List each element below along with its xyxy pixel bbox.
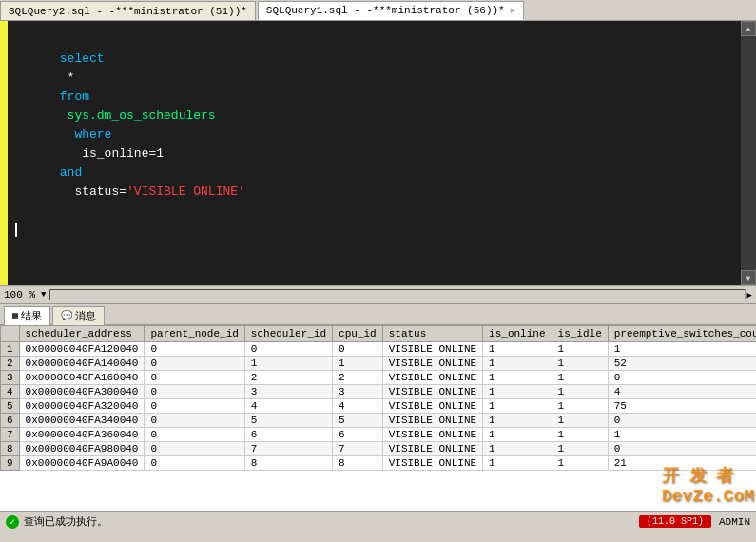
kw-from: from	[60, 89, 89, 104]
editor-content[interactable]: select * from sys.dm_os_schedulers where…	[8, 21, 741, 285]
table-cell: VISIBLE ONLINE	[382, 385, 482, 399]
table-row: 80x00000040FA980040077VISIBLE ONLINE1102	[1, 442, 757, 456]
table-cell: 0x00000040FA120040	[19, 342, 145, 357]
table-cell: 3	[333, 385, 383, 399]
zoom-down-icon[interactable]: ▼	[41, 290, 46, 300]
col-status: status	[382, 326, 482, 342]
kw-table: sys.dm_os_schedulers	[60, 108, 216, 123]
table-cell: 1	[552, 342, 608, 357]
table-cell: 1	[333, 357, 383, 371]
kw-cond2-field: status=	[60, 184, 126, 199]
table-cell: 6	[244, 428, 332, 442]
tab-sqlquery1[interactable]: SQLQuery1.sql - -***ministrator (56))* ✕	[258, 1, 524, 20]
table-cell: 0x00000040FA9A0040	[19, 456, 145, 471]
table-cell: 5	[244, 414, 332, 428]
editor-container: select * from sys.dm_os_schedulers where…	[0, 21, 756, 285]
table-cell: VISIBLE ONLINE	[382, 371, 482, 385]
tab-sqlquery2[interactable]: SQLQuery2.sql - -***ministrator (51))*	[0, 1, 256, 20]
table-cell: 1	[552, 442, 608, 456]
table-cell: VISIBLE ONLINE	[382, 357, 482, 371]
table-cell: 0	[145, 357, 244, 371]
table-cell: 2	[333, 371, 383, 385]
table-row: 50x00000040FA320040044VISIBLE ONLINE1175…	[1, 399, 757, 414]
table-cell: 52	[608, 357, 756, 371]
table-cell: 4	[244, 399, 332, 414]
table-header-row: scheduler_address parent_node_id schedul…	[1, 326, 757, 342]
tab-bar: SQLQuery2.sql - -***ministrator (51))* S…	[0, 0, 756, 21]
hscroll-bar[interactable]	[49, 289, 745, 300]
zoom-bar: 100 % ▼ ▶	[0, 285, 756, 304]
col-rownum	[1, 326, 20, 342]
table-cell: 4	[333, 399, 383, 414]
results-grid[interactable]: scheduler_address parent_node_id schedul…	[0, 325, 756, 511]
kw-star: *	[60, 70, 82, 85]
kw-and: and	[60, 165, 82, 180]
results-table: scheduler_address parent_node_id schedul…	[0, 325, 756, 471]
table-cell: 1	[483, 371, 552, 385]
kw-where: where	[60, 127, 112, 142]
row-number: 3	[1, 371, 20, 385]
table-cell: 1	[552, 456, 608, 471]
table-cell: 1	[552, 385, 608, 399]
tab-close-icon[interactable]: ✕	[510, 5, 515, 16]
table-cell: 0x00000040FA980040	[19, 442, 145, 456]
results-tab-bar: ▦ 结果 💬 消息	[0, 304, 756, 325]
row-number: 1	[1, 342, 20, 357]
scroll-down-arrow[interactable]: ▼	[741, 270, 756, 285]
table-cell: 0	[145, 371, 244, 385]
col-is-idle: is_idle	[552, 326, 608, 342]
table-row: 90x00000040FA9A0040088VISIBLE ONLINE1121	[1, 456, 757, 471]
table-cell: VISIBLE ONLINE	[382, 414, 482, 428]
table-cell: 8	[244, 456, 332, 471]
table-cell: 7	[244, 442, 332, 456]
table-cell: 1	[608, 428, 756, 442]
scroll-up-arrow[interactable]: ▲	[741, 21, 756, 36]
cursor-line	[15, 221, 733, 240]
col-preemptive: preemptive_switches_count	[608, 326, 756, 342]
table-cell: 0x00000040FA300040	[19, 385, 145, 399]
table-cell: 0x00000040FA160040	[19, 371, 145, 385]
table-cell: 0	[608, 414, 756, 428]
tab-results-label: 结果	[21, 309, 42, 323]
table-cell: 0	[145, 399, 244, 414]
table-cell: 1	[552, 371, 608, 385]
row-number: 9	[1, 456, 20, 471]
scroll-track[interactable]	[741, 36, 756, 270]
col-parent-node-id: parent_node_id	[145, 326, 244, 342]
status-version-pill: (11.0 SP1)	[639, 515, 711, 528]
table-cell: VISIBLE ONLINE	[382, 399, 482, 414]
hscroll-right-icon[interactable]: ▶	[747, 290, 752, 300]
table-row: 20x00000040FA140040011VISIBLE ONLINE1152…	[1, 357, 757, 371]
row-number: 6	[1, 414, 20, 428]
table-cell: 1	[483, 399, 552, 414]
table-cell: 1	[552, 399, 608, 414]
table-cell: 1	[483, 342, 552, 357]
table-cell: 0	[145, 456, 244, 471]
table-cell: 1	[552, 414, 608, 428]
table-cell: VISIBLE ONLINE	[382, 442, 482, 456]
table-cell: 1	[483, 428, 552, 442]
table-cell: 0x00000040FA140040	[19, 357, 145, 371]
results-msg-icon: 💬	[61, 310, 72, 321]
col-cpu-id: cpu_id	[333, 326, 383, 342]
row-number: 2	[1, 357, 20, 371]
status-admin: ADMIN	[719, 516, 750, 528]
col-is-online: is_online	[483, 326, 552, 342]
kw-string-val: 'VISIBLE ONLINE'	[126, 184, 245, 199]
table-cell: 0	[608, 371, 756, 385]
table-cell: 0	[145, 414, 244, 428]
table-cell: 0x00000040FA360040	[19, 428, 145, 442]
tab-results[interactable]: ▦ 结果	[4, 306, 50, 325]
table-cell: VISIBLE ONLINE	[382, 456, 482, 471]
table-cell: 0	[145, 385, 244, 399]
table-body: 10x00000040FA120040000VISIBLE ONLINE1114…	[1, 342, 757, 471]
table-cell: VISIBLE ONLINE	[382, 342, 482, 357]
table-cell: 1	[483, 357, 552, 371]
status-text: 查询已成功执行。	[24, 514, 107, 529]
results-grid-icon: ▦	[12, 310, 18, 321]
table-cell: 5	[333, 414, 383, 428]
table-cell: 1	[244, 357, 332, 371]
table-row: 30x00000040FA160040022VISIBLE ONLINE1103	[1, 371, 757, 385]
tab-messages[interactable]: 💬 消息	[52, 306, 105, 325]
table-cell: VISIBLE ONLINE	[382, 428, 482, 442]
